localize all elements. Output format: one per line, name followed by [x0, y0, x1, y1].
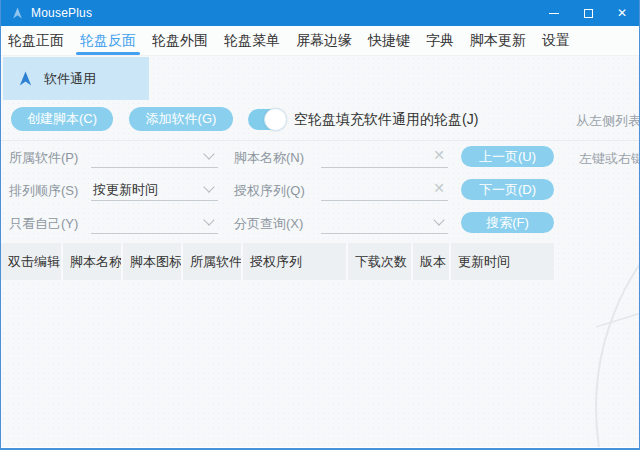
sort-order-label: 排列顺序(S)	[9, 182, 78, 200]
only-mine-label: 只看自己(Y)	[9, 215, 78, 233]
only-mine-select[interactable]	[91, 212, 218, 234]
add-software-button[interactable]: 添加软件(G)	[129, 107, 233, 131]
owner-software-select[interactable]	[91, 146, 218, 168]
mouse-button-hint: 左键或右键	[579, 150, 639, 168]
fill-wheel-toggle-label: 空轮盘填充软件通用的轮盘(J)	[294, 111, 478, 129]
clear-icon[interactable]: ✕	[433, 147, 445, 163]
fill-wheel-toggle[interactable]	[248, 109, 286, 130]
titlebar: MousePlus ✕	[1, 0, 639, 26]
tab-wheel-back[interactable]: 轮盘反面	[80, 26, 136, 55]
previous-page-button[interactable]: 上一页(U)	[461, 146, 554, 167]
sort-order-select[interactable]: 按更新时间	[91, 179, 218, 201]
mouseplus-window: MousePlus ✕ 轮盘正面 轮盘反面 轮盘外围 轮盘菜单 屏幕边缘 快捷键…	[0, 0, 640, 450]
tab-hotkeys[interactable]: 快捷键	[368, 26, 410, 55]
chevron-down-icon	[203, 214, 214, 225]
chevron-down-icon	[203, 181, 214, 192]
auth-serial-label: 授权序列(Q)	[234, 182, 305, 200]
toolbar-divider	[1, 140, 639, 141]
script-name-label: 脚本名称(N)	[234, 149, 304, 167]
minimize-icon	[549, 13, 559, 14]
maximize-icon	[584, 9, 593, 18]
owner-software-label: 所属软件(P)	[9, 149, 78, 167]
chevron-down-icon	[433, 214, 444, 225]
filter-row-2: 排列顺序(S) 按更新时间 授权序列(Q) ✕ 下一页(D)	[1, 179, 639, 203]
chevron-down-icon	[203, 148, 214, 159]
column-header-version: 版本	[413, 243, 451, 280]
next-page-button[interactable]: 下一页(D)	[461, 179, 554, 200]
sort-order-value: 按更新时间	[93, 181, 158, 199]
filter-row-3: 只看自己(Y) 分页查询(X) 搜索(F)	[1, 212, 639, 236]
app-logo-icon	[11, 6, 24, 20]
sidebar-item-label: 软件通用	[44, 70, 96, 88]
auth-serial-input[interactable]: ✕	[321, 179, 448, 201]
script-table-header: 双击编辑 脚本名称 脚本图标 所属软件 授权序列 下载次数 版本 更新时间	[1, 243, 554, 280]
column-header-download-count: 下载次数	[348, 243, 413, 280]
search-button[interactable]: 搜索(F)	[461, 212, 554, 233]
tab-wheel-front[interactable]: 轮盘正面	[8, 26, 64, 55]
script-name-input[interactable]: ✕	[321, 146, 448, 168]
window-title: MousePlus	[31, 6, 92, 20]
tab-screen-edge[interactable]: 屏幕边缘	[296, 26, 352, 55]
filter-row-1: 所属软件(P) 脚本名称(N) ✕ 上一页(U) 左键或右键	[1, 146, 639, 170]
tab-script-update[interactable]: 脚本更新	[470, 26, 526, 55]
page-query-label: 分页查询(X)	[234, 215, 303, 233]
cursor-arrow-icon	[17, 69, 34, 88]
column-header-script-icon: 脚本图标	[123, 243, 183, 280]
tab-dictionary[interactable]: 字典	[426, 26, 454, 55]
maximize-button[interactable]	[571, 0, 605, 26]
page-query-select[interactable]	[321, 212, 448, 234]
main-content: 软件通用 创建脚本(C) 添加软件(G) 空轮盘填充软件通用的轮盘(J) 从左侧…	[1, 56, 639, 447]
column-header-owner-software: 所属软件	[183, 243, 243, 280]
toggle-knob-icon	[264, 108, 287, 131]
close-button[interactable]: ✕	[605, 0, 639, 26]
left-list-hint: 从左侧列表	[576, 112, 639, 130]
tab-bar: 轮盘正面 轮盘反面 轮盘外围 轮盘菜单 屏幕边缘 快捷键 字典 脚本更新 设置	[1, 26, 639, 56]
column-header-auth-serial: 授权序列	[243, 243, 348, 280]
tab-wheel-menu[interactable]: 轮盘菜单	[224, 26, 280, 55]
clear-icon[interactable]: ✕	[433, 180, 445, 196]
column-header-script-name: 脚本名称	[63, 243, 123, 280]
column-header-update-time: 更新时间	[451, 243, 554, 280]
toolbar: 创建脚本(C) 添加软件(G) 空轮盘填充软件通用的轮盘(J) 从左侧列表	[1, 107, 639, 133]
tab-wheel-outer[interactable]: 轮盘外围	[152, 26, 208, 55]
minimize-button[interactable]	[537, 0, 571, 26]
column-header-double-click-edit: 双击编辑	[1, 243, 63, 280]
window-controls: ✕	[537, 0, 639, 26]
sidebar-item-software-general[interactable]: 软件通用	[3, 57, 149, 100]
tab-settings[interactable]: 设置	[542, 26, 570, 55]
create-script-button[interactable]: 创建脚本(C)	[11, 107, 113, 131]
